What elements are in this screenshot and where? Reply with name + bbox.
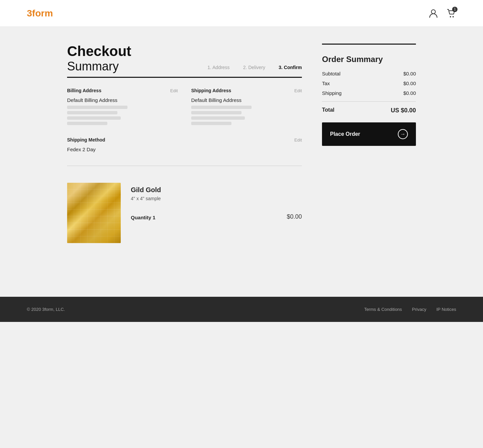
tax-row: Tax $0.00: [322, 80, 416, 86]
title-steps-row: Checkout Summary 1. Address 2. Delivery …: [67, 44, 302, 77]
shipping-label: Shipping: [322, 90, 341, 96]
shipping-address-edit[interactable]: Edit: [294, 88, 302, 93]
total-row: Total US $0.00: [322, 107, 416, 114]
addresses-section: Billing Address Edit Default Billing Add…: [67, 88, 302, 127]
item-image: [67, 183, 121, 243]
footer-link-ip[interactable]: IP Notices: [436, 307, 456, 312]
section-divider: [67, 166, 302, 166]
item-quantity: Quantity 1: [131, 215, 155, 220]
total-label: Total: [322, 107, 334, 114]
cart-badge: 1: [452, 7, 458, 12]
page-title-block: Checkout Summary: [67, 44, 131, 73]
billing-address-label: Billing Address: [67, 88, 101, 93]
shipping-address-line-2: [191, 111, 241, 114]
logo[interactable]: 3form: [27, 8, 53, 19]
footer-link-terms[interactable]: Terms & Conditions: [364, 307, 402, 312]
billing-address-line-1: [67, 106, 127, 109]
right-divider: [322, 44, 416, 45]
item-name: Gild Gold: [131, 186, 302, 194]
svg-point-2: [452, 16, 454, 17]
subtotal-label: Subtotal: [322, 71, 340, 76]
billing-address-name: Default Billing Address: [67, 97, 178, 103]
place-order-icon: →: [398, 129, 408, 139]
summary-divider: [322, 101, 416, 102]
billing-address-line-4: [67, 122, 107, 125]
shipping-address-line-4: [191, 122, 231, 125]
footer-link-privacy[interactable]: Privacy: [412, 307, 426, 312]
order-summary-title: Order Summary: [322, 55, 416, 64]
item-description: 4" x 4" sample: [131, 196, 302, 201]
shipping-method-value: Fedex 2 Day: [67, 147, 302, 152]
place-order-button[interactable]: Place Order →: [322, 122, 416, 146]
billing-address-edit[interactable]: Edit: [170, 88, 178, 93]
shipping-address-line-3: [191, 116, 245, 120]
shipping-value: $0.00: [403, 90, 416, 96]
page-title-summary: Summary: [67, 59, 131, 73]
billing-address-line-2: [67, 111, 117, 114]
shipping-method-label: Shipping Method: [67, 137, 105, 143]
main-content: Checkout Summary 1. Address 2. Delivery …: [40, 27, 443, 277]
billing-address-line-3: [67, 116, 121, 120]
tax-label: Tax: [322, 80, 330, 86]
shipping-address-label: Shipping Address: [191, 88, 231, 93]
shipping-method-section: Shipping Method Edit Fedex 2 Day: [67, 137, 302, 152]
billing-address-block: Billing Address Edit Default Billing Add…: [67, 88, 178, 127]
footer-links: Terms & Conditions Privacy IP Notices: [364, 307, 456, 312]
subtotal-value: $0.00: [403, 71, 416, 76]
footer: © 2020 3form, LLC. Terms & Conditions Pr…: [0, 297, 483, 322]
shipping-row: Shipping $0.00: [322, 90, 416, 96]
order-items: Gild Gold 4" x 4" sample Quantity 1 $0.0…: [67, 176, 302, 250]
step-address[interactable]: 1. Address: [207, 65, 229, 70]
tax-value: $0.00: [403, 80, 416, 86]
right-column: Order Summary Subtotal $0.00 Tax $0.00 S…: [322, 44, 416, 250]
header: 3form 1: [0, 0, 483, 27]
left-column: Checkout Summary 1. Address 2. Delivery …: [67, 44, 302, 250]
svg-point-0: [431, 10, 435, 14]
svg-point-1: [450, 16, 451, 17]
shipping-address-header: Shipping Address Edit: [191, 88, 302, 93]
total-value: US $0.00: [391, 107, 416, 114]
item-price: $0.00: [287, 213, 302, 220]
step-delivery[interactable]: 2. Delivery: [243, 65, 265, 70]
item-image-inner: [67, 183, 121, 243]
item-details: Gild Gold 4" x 4" sample Quantity 1 $0.0…: [131, 183, 302, 220]
checkout-steps: 1. Address 2. Delivery 3. Confirm: [207, 65, 302, 70]
footer-copyright: © 2020 3form, LLC.: [27, 307, 65, 312]
user-icon[interactable]: [428, 8, 439, 19]
shipping-address-name: Default Billing Address: [191, 97, 302, 103]
subtotal-row: Subtotal $0.00: [322, 71, 416, 76]
step-confirm[interactable]: 3. Confirm: [279, 65, 302, 70]
place-order-label: Place Order: [330, 131, 360, 137]
main-divider: [67, 77, 302, 78]
order-item: Gild Gold 4" x 4" sample Quantity 1 $0.0…: [67, 176, 302, 250]
shipping-address-block: Shipping Address Edit Default Billing Ad…: [191, 88, 302, 127]
cart-icon[interactable]: 1: [445, 8, 456, 19]
shipping-method-header: Shipping Method Edit: [67, 137, 302, 143]
shipping-method-edit[interactable]: Edit: [294, 137, 302, 143]
item-bottom: Quantity 1 $0.00: [131, 208, 302, 220]
shipping-address-line-1: [191, 106, 252, 109]
page-title-checkout: Checkout: [67, 44, 131, 59]
billing-address-header: Billing Address Edit: [67, 88, 178, 93]
header-icons: 1: [428, 8, 456, 19]
